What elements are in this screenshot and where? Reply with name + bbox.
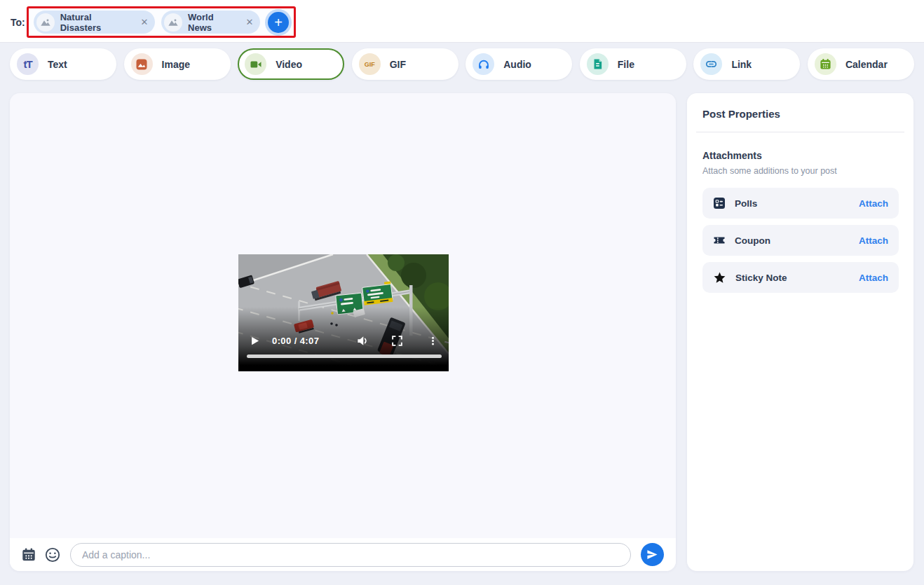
video-player[interactable]: 0:00 / 4:07 [238, 254, 449, 371]
attachment-row-coupon: Coupon Attach [702, 225, 899, 256]
link-icon [700, 53, 722, 75]
channel-avatar [36, 13, 55, 32]
attachment-row-polls: Polls Attach [702, 188, 899, 219]
divider [696, 132, 904, 132]
remove-recipient-icon[interactable]: ✕ [245, 17, 253, 27]
tab-audio[interactable]: Audio [466, 48, 572, 80]
coupon-icon [713, 234, 726, 247]
to-label: To: [11, 17, 25, 28]
send-icon [646, 549, 658, 560]
post-properties-panel: Post Properties Attachments Attach some … [687, 93, 913, 571]
channel-avatar [164, 13, 182, 32]
image-icon [131, 53, 153, 75]
image-placeholder-icon [168, 17, 179, 28]
star-icon [713, 271, 726, 284]
video-time: 0:00 / 4:07 [272, 331, 319, 350]
tab-video[interactable]: Video [238, 48, 344, 80]
tab-gif[interactable]: GIF GIF [352, 48, 458, 80]
polls-icon [713, 197, 726, 209]
recipient-chip-natural-disasters[interactable]: Natural Disasters ✕ [34, 11, 155, 34]
video-progress-bar[interactable] [247, 355, 442, 358]
recipients-bar: To: Natural Disasters ✕ World News ✕ [0, 0, 924, 43]
video-icon [245, 53, 266, 75]
attachment-label: Sticky Note [735, 273, 787, 283]
video-thumbnail [238, 254, 449, 371]
plus-icon: + [274, 15, 283, 29]
tab-image[interactable]: Image [124, 48, 231, 80]
tab-calendar[interactable]: Calendar [808, 48, 914, 80]
tab-link[interactable]: Link [693, 48, 800, 80]
image-placeholder-icon [40, 17, 51, 28]
remove-recipient-icon[interactable]: ✕ [140, 17, 148, 27]
attach-sticky-note-link[interactable]: Attach [859, 273, 888, 283]
volume-icon[interactable] [356, 331, 369, 350]
caption-bar [10, 538, 676, 571]
recipient-chip-world-news[interactable]: World News ✕ [161, 11, 260, 34]
attach-polls-link[interactable]: Attach [859, 198, 888, 209]
attachments-subtitle: Attach some additions to your post [702, 166, 898, 176]
emoji-icon[interactable] [44, 546, 61, 563]
attachment-label: Coupon [735, 235, 770, 246]
tab-text[interactable]: tT Text [10, 48, 116, 80]
schedule-calendar-icon[interactable] [21, 547, 36, 563]
attachment-row-sticky-note: Sticky Note Attach [702, 262, 899, 293]
recipient-name: Natural Disasters [60, 12, 135, 33]
file-icon [587, 53, 609, 75]
attach-coupon-link[interactable]: Attach [859, 235, 888, 246]
play-button[interactable] [250, 331, 260, 350]
video-more-options-icon[interactable] [428, 331, 438, 350]
attachments-heading: Attachments [702, 150, 898, 161]
calendar-icon [815, 53, 836, 75]
panel-title: Post Properties [702, 108, 898, 120]
caption-input[interactable] [70, 543, 631, 567]
attachment-type-tabs: tT Text Image Video GIF GIF [10, 48, 914, 80]
tab-file[interactable]: File [580, 48, 686, 80]
gif-icon: GIF [359, 53, 381, 75]
add-recipient-button[interactable]: + [268, 12, 289, 33]
send-button[interactable] [641, 543, 664, 566]
text-icon: tT [17, 53, 39, 75]
attachment-label: Polls [735, 198, 757, 209]
audio-icon [473, 53, 494, 75]
recipient-name: World News [188, 12, 239, 33]
fullscreen-icon[interactable] [391, 331, 403, 350]
recipients-highlight-box: Natural Disasters ✕ World News ✕ + [27, 6, 296, 38]
